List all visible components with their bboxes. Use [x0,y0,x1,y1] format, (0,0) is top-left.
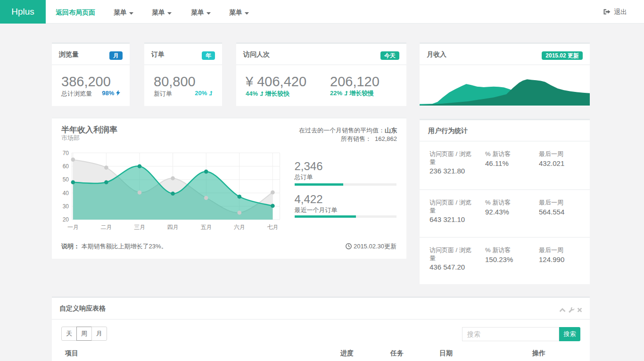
svg-text:30: 30 [63,203,69,210]
svg-text:五月: 五月 [200,224,212,230]
svg-text:70: 70 [63,150,69,156]
svg-text:50: 50 [63,176,69,183]
svg-text:60: 60 [63,163,69,170]
svg-text:一月: 一月 [67,224,79,230]
svg-text:40: 40 [63,190,69,197]
svg-text:三月: 三月 [134,224,145,230]
svg-text:四月: 四月 [167,224,179,230]
svg-text:六月: 六月 [234,224,245,230]
svg-text:七月: 七月 [267,224,279,230]
svg-text:20: 20 [63,216,69,223]
svg-text:二月: 二月 [101,224,112,230]
